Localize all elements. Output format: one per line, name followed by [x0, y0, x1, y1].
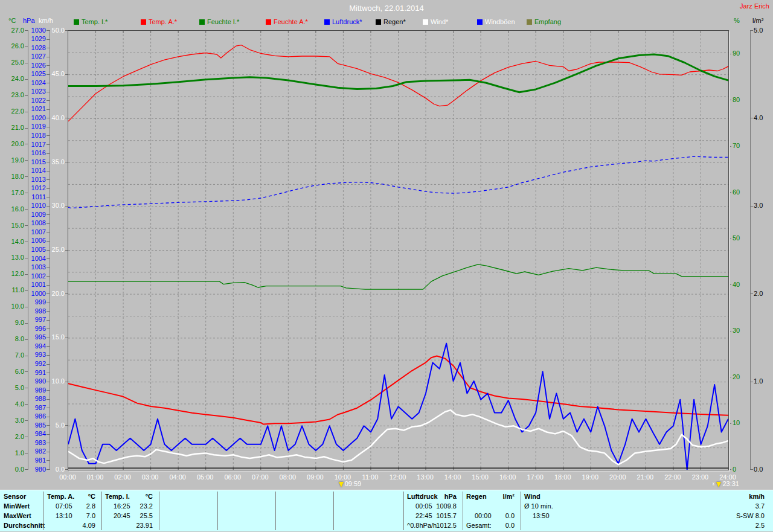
axis-tick-label: 1006: [24, 237, 46, 244]
table-cell-value: 25.5: [101, 511, 153, 521]
axis-tick-label: 6.0: [2, 368, 24, 375]
table-col-unit: °C: [43, 492, 95, 501]
axis-tick-label: 5.0: [754, 27, 763, 34]
time-tick-label: 18:00: [550, 473, 576, 481]
time-tick-label: 17:00: [522, 473, 548, 481]
down-arrow-icon: [716, 482, 721, 487]
axis-tick-label: 1002: [24, 273, 46, 280]
axis-tick-label: 60: [733, 189, 740, 196]
axis-tick: [750, 118, 753, 118]
time-tick-label: 12:00: [385, 473, 411, 481]
axis-tick: [47, 197, 50, 197]
legend-item-wind[interactable]: Wind*: [423, 18, 448, 25]
axis-tick: [47, 320, 50, 321]
axis-tick-label: 20: [733, 374, 740, 380]
axis-tick-label: 987: [24, 405, 46, 411]
axis-tick-label: 981: [24, 457, 46, 464]
axis-tick-label: 5.0: [2, 385, 24, 391]
axis-tick: [47, 48, 50, 48]
axis-tick-label: 1019: [24, 123, 46, 130]
axis-tick: [47, 328, 50, 329]
table-column-divider: [159, 492, 159, 530]
legend-item-temp-i[interactable]: Temp. I.*: [74, 18, 107, 25]
axis-tick-label: 15.0: [2, 222, 24, 229]
axis-tick-label: 3.0: [2, 417, 24, 424]
axis-tick-label: 24.0: [2, 75, 24, 82]
table-row-label: Durchschnitt: [4, 521, 45, 530]
axis-tick-label: 998: [24, 308, 46, 315]
event-marker: 09:59: [339, 480, 362, 490]
plot-area[interactable]: [68, 30, 729, 470]
legend-label: Temp. I.*: [82, 18, 107, 25]
axis-tick-label: 16.0: [2, 206, 24, 213]
axis-tick: [25, 420, 28, 421]
legend-item-feuchte-i[interactable]: Feuchte I.*: [199, 18, 239, 25]
time-tick-label: 02:00: [109, 473, 136, 481]
axis-tick-label: 20.0: [43, 290, 65, 297]
table-cell-value: S-SW 8.0: [521, 511, 765, 521]
axis-tick: [47, 417, 50, 417]
axis-tick-label: 30.0: [43, 202, 65, 209]
legend-item-regen[interactable]: Regen*: [376, 18, 406, 25]
stats-table: SensorMinWertMaxWertDurchschnittTemp. A.…: [0, 490, 773, 531]
axis-tick-label: 0.0: [754, 466, 763, 473]
axis-tick: [25, 307, 28, 307]
legend-label: Wind*: [431, 18, 448, 25]
axis-tick-label: 23.0: [2, 92, 24, 98]
axis-tick: [47, 135, 50, 136]
legend-item-luftdruck[interactable]: Luftdruck*: [324, 18, 362, 25]
axis-tick-label: 988: [24, 396, 46, 402]
table-cell-value: 3.7: [521, 501, 765, 511]
table-col-unit: km/h: [521, 492, 765, 501]
axis-tick: [47, 355, 50, 356]
axis-tick-label: 1012: [24, 185, 46, 191]
axis-tick-label: 1013: [24, 176, 46, 183]
time-tick-label: 22:00: [659, 473, 686, 481]
time-tick-label: 04:00: [164, 473, 191, 481]
legend-item-windboeen[interactable]: Windböen: [477, 18, 515, 25]
axis-tick-label: 4.0: [2, 401, 24, 408]
axis-tick-label: 20.0: [2, 141, 24, 147]
axis-tick-label: 10.0: [43, 378, 65, 385]
legend-label: Luftdruck*: [332, 18, 362, 25]
axis-tick: [47, 373, 50, 373]
temp-i-swatch-icon: [74, 19, 79, 25]
axis-tick: [47, 57, 50, 57]
down-arrow-icon: [339, 482, 344, 487]
axis-tick: [25, 95, 28, 96]
table-cell-value: 2.5: [521, 521, 765, 530]
legend-item-feuchte-a[interactable]: Feuchte A.*: [266, 18, 308, 25]
axis-tick-label: 2.0: [2, 434, 24, 440]
legend-item-temp-a[interactable]: Temp. A.*: [141, 18, 177, 25]
table-column-divider: [217, 492, 218, 530]
table-cell-value: 1015.7: [403, 511, 457, 521]
time-tick-label: 20:00: [605, 473, 631, 481]
axis-tick-label: 14.0: [2, 239, 24, 245]
axis-tick-label: 25.0: [43, 246, 65, 253]
axis-tick-label: 1024: [24, 80, 46, 86]
axis-unit-percent: %: [734, 17, 740, 24]
axis-tick-label: 25.0: [2, 59, 24, 66]
axis-tick-label: 1008: [24, 220, 46, 226]
axis-tick-label: 2.0: [754, 290, 763, 297]
table-row-label: Sensor: [4, 492, 26, 501]
axis-tick-label: 45.0: [43, 71, 65, 77]
axis-tick: [47, 443, 50, 443]
axis-tick: [47, 346, 50, 347]
axis-unit-temp_c: °C: [8, 17, 16, 24]
axis-tick: [750, 469, 753, 470]
station-owner-label: Jarz Erich: [740, 2, 769, 10]
event-marker: ✳23:31: [711, 480, 739, 490]
axis-tick-label: 21.0: [2, 124, 24, 131]
axis-tick-label: 0.0: [2, 466, 24, 473]
axis-tick: [47, 399, 50, 400]
legend-item-empfang[interactable]: Empfang: [527, 18, 561, 25]
axis-tick: [47, 214, 50, 215]
table-cell-value: 7.0: [43, 511, 95, 521]
axis-tick-label: 50: [733, 235, 740, 242]
axis-tick-label: 4.0: [754, 115, 763, 121]
axis-tick-label: 26.0: [2, 43, 24, 50]
axis-tick-label: 991: [24, 370, 46, 376]
axis-tick-label: 9.0: [2, 319, 24, 326]
axis-tick-label: 18.0: [2, 173, 24, 180]
